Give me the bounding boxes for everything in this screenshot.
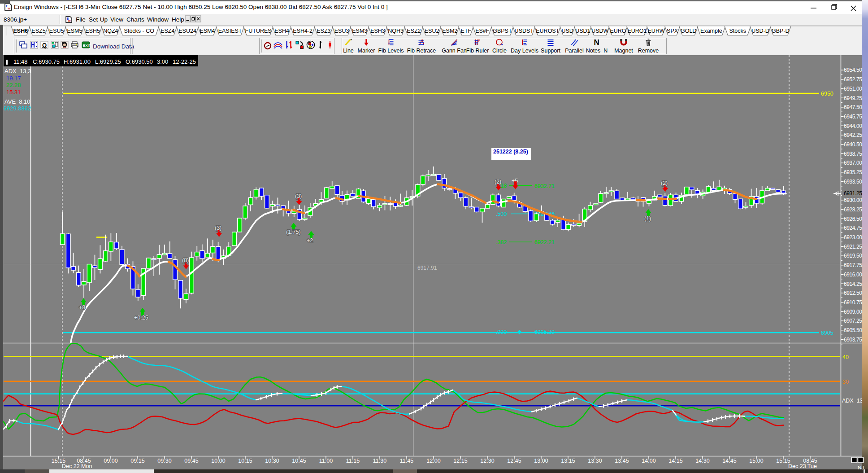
svg-text:6944.00: 6944.00 <box>844 123 862 129</box>
svg-text:+8: +8 <box>79 304 85 311</box>
svg-text:22.28: 22.28 <box>6 82 21 88</box>
svg-text:6924.75: 6924.75 <box>844 225 862 231</box>
svg-text:Example: Example <box>700 28 722 34</box>
svg-text:09:30: 09:30 <box>157 458 171 464</box>
svg-text:Remove: Remove <box>638 48 659 54</box>
svg-text:6940.50: 6940.50 <box>844 141 862 148</box>
svg-text:+2: +2 <box>307 237 313 244</box>
svg-text:FUTURES: FUTURES <box>245 28 272 34</box>
svg-text:(2): (2) <box>661 180 668 186</box>
svg-text:C:6930.75: C:6930.75 <box>33 58 60 65</box>
svg-text:EXIT: EXIT <box>83 44 91 48</box>
svg-text:6954.50: 6954.50 <box>844 67 862 73</box>
svg-text:ESH6: ESH6 <box>13 28 28 34</box>
svg-text:Circle: Circle <box>492 48 507 54</box>
svg-text:11:30: 11:30 <box>373 458 386 464</box>
svg-text:ESM4: ESM4 <box>200 28 215 34</box>
svg-text:09:00: 09:00 <box>104 458 117 464</box>
svg-text:6905.50: 6905.50 <box>844 327 862 333</box>
svg-text:ESH5: ESH5 <box>85 28 100 34</box>
svg-text:ESM2: ESM2 <box>442 28 457 34</box>
svg-text:6922.21: 6922.21 <box>534 239 555 245</box>
svg-text:6937.00: 6937.00 <box>844 160 862 166</box>
svg-text:ESU3: ESU3 <box>334 28 349 34</box>
svg-text:Parallel: Parallel <box>565 48 584 54</box>
svg-text:NQH3: NQH3 <box>388 28 404 34</box>
svg-text:09:15: 09:15 <box>130 458 144 464</box>
svg-text:(8): (8) <box>182 257 189 263</box>
svg-text:6949.25: 6949.25 <box>844 95 862 101</box>
svg-text:6938.75: 6938.75 <box>844 151 862 157</box>
svg-text:USDW: USDW <box>591 28 608 34</box>
svg-text:GOLD: GOLD <box>681 28 696 34</box>
svg-text:6912.50: 6912.50 <box>844 290 862 296</box>
svg-text:ES#F: ES#F <box>475 28 490 34</box>
svg-text:6903.75: 6903.75 <box>844 337 862 343</box>
svg-text:6914.25: 6914.25 <box>844 281 862 287</box>
svg-text:6951.00: 6951.00 <box>844 86 862 92</box>
svg-text:ESM5: ESM5 <box>67 28 82 34</box>
svg-text:11:45: 11:45 <box>400 458 413 464</box>
svg-text:13:30: 13:30 <box>588 458 602 464</box>
svg-text:14:00: 14:00 <box>642 458 655 464</box>
svg-text:6945.75: 6945.75 <box>844 114 862 120</box>
svg-text:14:45: 14:45 <box>722 458 736 464</box>
svg-text:+0.25: +0.25 <box>134 315 148 321</box>
svg-text:Stocks - CO: Stocks - CO <box>124 28 155 34</box>
svg-text:USD-D: USD-D <box>751 28 769 34</box>
svg-text:12-22-25: 12-22-25 <box>173 58 196 65</box>
svg-text:6928.25: 6928.25 <box>844 206 862 213</box>
svg-text:SPX: SPX <box>667 28 678 34</box>
svg-text:6933.50: 6933.50 <box>844 179 862 185</box>
svg-text:ESU24: ESU24 <box>178 28 196 34</box>
svg-text:ESH4: ESH4 <box>274 28 289 34</box>
svg-text:6905.20: 6905.20 <box>534 329 555 335</box>
svg-text:6909.00: 6909.00 <box>844 309 862 315</box>
svg-text:6930.00: 6930.00 <box>844 197 862 203</box>
svg-text:EURW: EURW <box>648 28 665 34</box>
svg-text:N: N <box>594 38 599 47</box>
svg-text:Download Data: Download Data <box>93 43 135 50</box>
svg-text:13:15: 13:15 <box>561 458 575 464</box>
svg-text:Marker: Marker <box>358 48 375 54</box>
svg-text:6923.00: 6923.00 <box>844 234 862 241</box>
svg-text:Dec 23 Tue: Dec 23 Tue <box>788 463 817 469</box>
svg-text:14:30: 14:30 <box>695 458 709 464</box>
svg-text:(1): (1) <box>644 215 651 222</box>
svg-text:12:30: 12:30 <box>480 458 494 464</box>
svg-text:15:00: 15:00 <box>749 458 763 464</box>
svg-text:Magnet: Magnet <box>614 48 633 54</box>
svg-text:6905: 6905 <box>821 330 833 336</box>
svg-text:19.17: 19.17 <box>6 75 21 82</box>
svg-text:13:00: 13:00 <box>534 458 548 464</box>
svg-text:NJ: NJ <box>858 465 864 470</box>
svg-text:ESZ5: ESZ5 <box>31 28 45 34</box>
svg-text:GBP-D: GBP-D <box>772 28 790 34</box>
svg-text:ADX 13,: ADX 13, <box>842 398 864 404</box>
svg-text:ESZ2: ESZ2 <box>407 28 421 34</box>
svg-text:Fib Retrace: Fib Retrace <box>407 48 436 54</box>
svg-text:11:15: 11:15 <box>346 458 360 464</box>
svg-text:6907.25: 6907.25 <box>844 318 862 324</box>
svg-text:(3): (3) <box>215 225 221 231</box>
svg-text:ESZ3: ESZ3 <box>317 28 330 34</box>
svg-text:10:15: 10:15 <box>238 458 252 464</box>
svg-text:Dec 22 Mon: Dec 22 Mon <box>62 463 92 469</box>
svg-text:(2): (2) <box>495 179 501 185</box>
svg-text:12:15: 12:15 <box>453 458 467 464</box>
svg-text:.500: .500 <box>496 211 507 217</box>
svg-text:EUROST: EUROST <box>536 28 559 34</box>
svg-text:F: F <box>478 39 480 42</box>
svg-text:6950: 6950 <box>821 91 833 97</box>
svg-text:w: w <box>7 6 11 10</box>
svg-text:H:6931.00: H:6931.00 <box>64 58 91 65</box>
svg-text:USD: USD <box>561 28 573 34</box>
svg-text:(1.75): (1.75) <box>286 229 301 235</box>
svg-text:13:45: 13:45 <box>615 458 629 464</box>
svg-text:Fib Levels: Fib Levels <box>378 48 404 54</box>
svg-text:(3): (3) <box>295 193 302 199</box>
svg-text:14:15: 14:15 <box>668 458 682 464</box>
svg-text:NQZ4: NQZ4 <box>103 28 118 34</box>
svg-text:6929.8862: 6929.8862 <box>4 105 31 112</box>
svg-text:Fib Ruler: Fib Ruler <box>466 48 489 54</box>
